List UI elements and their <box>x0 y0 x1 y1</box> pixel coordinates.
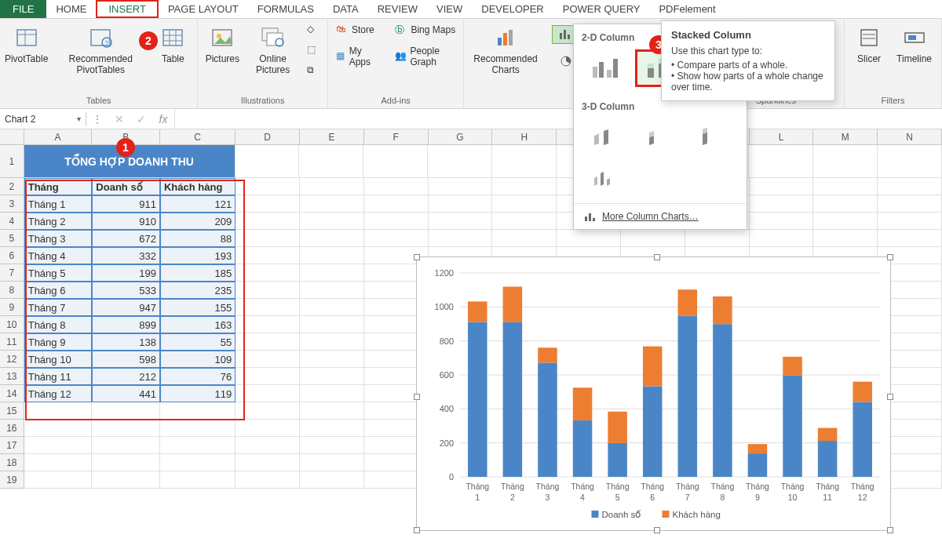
cell[interactable] <box>236 145 300 178</box>
row-header-6[interactable]: 6 <box>0 247 24 264</box>
ribbon-tab-page-layout[interactable]: PAGE LAYOUT <box>159 0 248 18</box>
cell[interactable] <box>364 230 429 247</box>
column-header-N[interactable]: N <box>878 129 942 144</box>
row-header-19[interactable]: 19 <box>0 471 24 489</box>
column-header-F[interactable]: F <box>364 129 429 144</box>
cell[interactable] <box>813 178 878 195</box>
cell[interactable] <box>364 213 429 230</box>
cell[interactable] <box>813 230 878 247</box>
cell[interactable] <box>160 437 236 454</box>
timeline-button[interactable]: Timeline <box>892 22 937 67</box>
cell[interactable] <box>878 230 942 247</box>
column-header-D[interactable]: D <box>236 129 300 144</box>
row-header-17[interactable]: 17 <box>0 437 24 454</box>
table-cell[interactable]: 138 <box>92 333 160 351</box>
column-header-C[interactable]: C <box>160 129 236 144</box>
fx-icon[interactable]: fx <box>152 113 174 125</box>
table-cell[interactable]: 441 <box>92 385 160 402</box>
cell[interactable] <box>24 471 93 489</box>
row-header-10[interactable]: 10 <box>0 316 24 333</box>
cell[interactable] <box>878 195 942 213</box>
cell[interactable] <box>492 213 557 230</box>
cell[interactable] <box>92 420 160 437</box>
cell[interactable] <box>236 299 300 316</box>
3d-clustered-column-option[interactable] <box>582 118 632 156</box>
cell[interactable] <box>236 264 300 282</box>
cell[interactable] <box>300 402 364 420</box>
cell[interactable] <box>236 454 300 471</box>
cell[interactable] <box>750 178 814 195</box>
cell[interactable] <box>300 178 364 195</box>
table-cell[interactable]: Tháng 4 <box>24 247 93 264</box>
online-pictures-button[interactable]: Online Pictures <box>245 22 301 79</box>
cell[interactable] <box>236 316 300 333</box>
pivottable-button[interactable]: PivotTable <box>5 22 48 67</box>
cell[interactable] <box>813 213 878 230</box>
cell[interactable] <box>492 195 557 213</box>
cell[interactable] <box>236 195 300 213</box>
ribbon-tab-home[interactable]: HOME <box>46 0 96 18</box>
cell[interactable] <box>236 437 300 454</box>
row-header-7[interactable]: 7 <box>0 264 24 282</box>
recommended-pivottables-button[interactable]: ? Recommended PivotTables <box>51 22 150 79</box>
clustered-column-option[interactable] <box>582 49 632 87</box>
shapes-button[interactable]: ◇ <box>304 22 323 38</box>
cell[interactable] <box>492 230 557 247</box>
cell[interactable] <box>160 402 236 420</box>
cell[interactable] <box>236 385 300 402</box>
ribbon-tab-power-query[interactable]: POWER QUERY <box>553 0 650 18</box>
cell[interactable] <box>429 230 493 247</box>
table-cell[interactable]: 109 <box>160 351 236 368</box>
cell[interactable] <box>685 230 750 247</box>
row-header-4[interactable]: 4 <box>0 213 24 230</box>
column-header-A[interactable]: A <box>24 129 93 144</box>
table-cell[interactable]: 947 <box>92 299 160 316</box>
table-cell[interactable]: Tháng 8 <box>24 316 93 333</box>
cell[interactable] <box>300 299 364 316</box>
formula-input[interactable] <box>174 109 942 129</box>
ribbon-tab-developer[interactable]: DEVELOPER <box>472 0 553 18</box>
cell[interactable] <box>92 437 160 454</box>
table-cell[interactable]: 76 <box>160 368 236 385</box>
cell[interactable] <box>24 402 93 420</box>
ribbon-tab-file[interactable]: FILE <box>0 0 46 18</box>
table-cell[interactable]: 199 <box>92 264 160 282</box>
cell[interactable] <box>300 368 364 385</box>
3d-column-option[interactable] <box>582 159 632 197</box>
row-header-14[interactable]: 14 <box>0 385 24 402</box>
ribbon-tab-view[interactable]: VIEW <box>427 0 472 18</box>
column-header-H[interactable]: H <box>492 129 557 144</box>
table-header[interactable]: Khách hàng <box>160 178 236 195</box>
embedded-chart[interactable]: 020040060080010001200Tháng1Tháng2Tháng3T… <box>416 256 891 531</box>
table-cell[interactable]: 193 <box>160 247 236 264</box>
ribbon-tab-data[interactable]: DATA <box>323 0 368 18</box>
recommended-charts-button[interactable]: Recommended Charts <box>469 22 542 79</box>
cell[interactable] <box>300 230 364 247</box>
table-cell[interactable]: Tháng 10 <box>24 351 93 368</box>
table-cell[interactable]: 212 <box>92 368 160 385</box>
row-header-1[interactable]: 1 <box>0 145 24 178</box>
table-cell[interactable]: Tháng 9 <box>24 333 93 351</box>
cell[interactable] <box>24 454 93 471</box>
cell[interactable] <box>300 351 364 368</box>
cell[interactable] <box>24 437 93 454</box>
cell[interactable] <box>300 195 364 213</box>
cell[interactable] <box>749 145 813 178</box>
cell[interactable] <box>429 178 493 195</box>
table-cell[interactable]: 121 <box>160 195 236 213</box>
3d-100-stacked-column-option[interactable] <box>688 118 739 156</box>
row-header-2[interactable]: 2 <box>0 178 24 195</box>
cell[interactable] <box>750 213 814 230</box>
cell[interactable] <box>878 145 942 178</box>
row-header-9[interactable]: 9 <box>0 299 24 316</box>
cell[interactable] <box>236 420 300 437</box>
ribbon-tab-review[interactable]: REVIEW <box>368 0 427 18</box>
cell[interactable] <box>363 145 428 178</box>
cell[interactable] <box>236 230 300 247</box>
cell[interactable] <box>300 420 364 437</box>
cell[interactable] <box>878 178 942 195</box>
row-header-18[interactable]: 18 <box>0 454 24 471</box>
table-cell[interactable]: Tháng 12 <box>24 385 93 402</box>
cell[interactable] <box>429 195 493 213</box>
table-cell[interactable]: 910 <box>92 213 160 230</box>
